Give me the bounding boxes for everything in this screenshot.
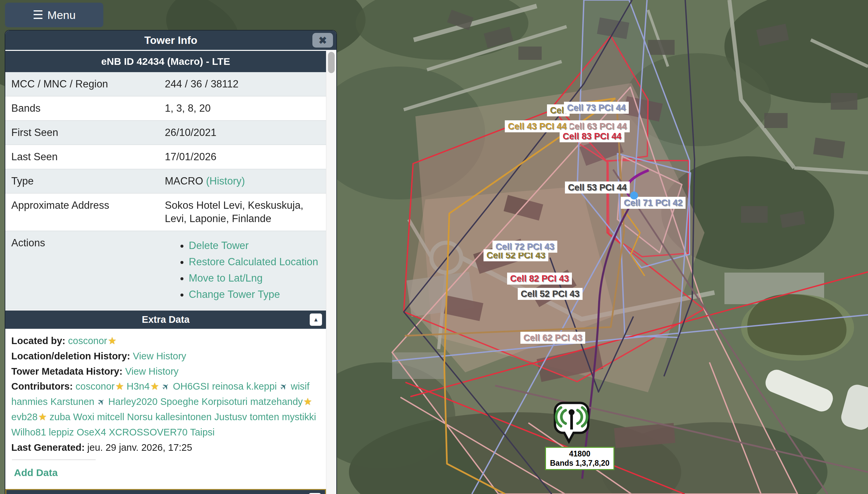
contributor-link[interactable]: Norsu [127, 412, 153, 422]
contributor-link[interactable]: mitcell [97, 412, 124, 422]
contributor-link[interactable]: Harley2020 [108, 396, 158, 407]
contributor-link[interactable]: H3n4 [126, 381, 150, 392]
row-value: 1, 3, 8, 20 [159, 96, 326, 120]
action-link-move-to-lat-lng[interactable]: Move to Lat/Lng [189, 272, 262, 284]
chevron-up-icon: ▲ [313, 317, 319, 323]
star-icon: ★ [303, 396, 312, 407]
contributor-link[interactable]: k.keppi [246, 381, 277, 392]
contributor-link[interactable]: cosconor [75, 381, 115, 392]
cell-label-cell-72-pci-43[interactable]: Cell 72 PCI 43 [492, 241, 557, 253]
add-data-link[interactable]: Add Data [11, 465, 58, 486]
last-generated-value: jeu. 29 janv. 2026, 17:25 [87, 442, 192, 453]
row-label: MCC / MNC / Region [5, 72, 159, 96]
tower-cid: 41800 [550, 449, 609, 458]
cell-31-header: Cell 31 ▲ [6, 490, 325, 494]
contributor-link[interactable]: reinosa [212, 381, 243, 392]
last-generated-line: Last Generated: jeu. 29 janv. 2026, 17:2… [11, 440, 320, 455]
contributor-link[interactable]: Spoeghe [160, 396, 199, 407]
extra-data-header: Extra Data ▲ [5, 309, 326, 329]
row-value: 26/10/2021 [159, 121, 326, 145]
cell-label-cell-71-pci-42[interactable]: Cell 71 PCI 42 [621, 197, 686, 209]
contributor-link[interactable]: Taipsi [190, 427, 215, 437]
cell-label-cell-53-pci-44[interactable]: Cell 53 PCI 44 [565, 182, 630, 193]
panel-scrollbar[interactable] [326, 50, 336, 494]
info-row-actions: ActionsDelete TowerRestore Calculated Lo… [5, 231, 326, 309]
extra-data-content: Located by: cosconor★ Location/deletion … [5, 329, 326, 488]
close-button[interactable]: ✖ [312, 33, 333, 48]
contributor-link[interactable]: OH6GSI [173, 381, 209, 392]
row-label: Approximate Address [5, 193, 159, 217]
extra-data-title: Extra Data [142, 314, 190, 325]
action-link-change-tower-type[interactable]: Change Tower Type [189, 288, 280, 300]
contributor-link[interactable]: Wilho81 [11, 427, 46, 437]
row-label: First Seen [5, 121, 159, 145]
contributor-link[interactable]: Karstunen [51, 396, 94, 407]
contributor-link[interactable]: Justusv [214, 412, 247, 422]
tower-info-table: MCC / MNC / Region244 / 36 / 38112Bands1… [5, 72, 326, 309]
contributor-link[interactable]: zuba [50, 412, 71, 422]
contributor-link[interactable]: XCROSSOVER70 [108, 427, 188, 437]
contributor-link[interactable]: leppiz [49, 427, 74, 437]
contributor-link[interactable]: kallesintonen [156, 412, 212, 422]
panel-title: Tower Info [5, 31, 336, 50]
cell-label-cell-83-pci-44[interactable]: Cell 83 PCI 44 [559, 130, 625, 142]
info-row-approximate-address: Approximate AddressSokos Hotel Levi, Kes… [5, 193, 326, 231]
cell-label-cell-73-pci-44[interactable]: Cell 73 PCI 44 [564, 102, 629, 114]
row-value: Sokos Hotel Levi, Keskuskuja, Levi, Lapo… [159, 193, 326, 231]
star-icon: ★ [108, 336, 116, 346]
contributor-link[interactable]: hanmies [11, 396, 48, 407]
contributor-link[interactable]: Woxi [73, 412, 94, 422]
contributor-link[interactable]: tomten [250, 412, 279, 422]
contributor-link[interactable]: OseX4 [77, 427, 106, 437]
located-by-user-link[interactable]: cosconor [68, 336, 107, 346]
info-row-type: TypeMACRO (History) [5, 169, 326, 193]
location-history-line: Location/deletion History: View History [11, 349, 320, 364]
panel-header: Tower Info ✖ [5, 31, 336, 50]
enb-header: eNB ID 42434 (Macro) - LTE [5, 51, 326, 72]
contributor-link[interactable]: wisif [291, 381, 309, 392]
close-icon: ✖ [318, 35, 327, 46]
contributor-link[interactable]: matzehandy [250, 396, 303, 407]
plane-icon: ✈ [159, 379, 173, 394]
tower-bands: Bands 1,3,7,8,20 [550, 458, 609, 468]
plane-icon: ✈ [276, 379, 291, 394]
menu-button[interactable]: ☰ Menu [5, 3, 103, 27]
row-label: Actions [5, 231, 159, 255]
contributor-link[interactable]: Korpisoturi [201, 396, 248, 407]
metadata-history-link[interactable]: View History [125, 366, 179, 377]
info-row-bands: Bands1, 3, 8, 20 [5, 96, 326, 121]
contributor-link[interactable]: mystikki [282, 412, 316, 422]
menu-label: Menu [47, 8, 76, 22]
row-label: Bands [5, 96, 159, 120]
row-value: Delete TowerRestore Calculated LocationM… [159, 231, 326, 309]
location-history-link[interactable]: View History [133, 351, 186, 361]
tower-marker-icon[interactable] [552, 401, 591, 447]
location-history-label: Location/deletion History: [11, 351, 130, 361]
info-row-mcc-mnc-region: MCC / MNC / Region244 / 36 / 38112 [5, 72, 326, 96]
action-link-delete-tower[interactable]: Delete Tower [189, 240, 249, 251]
scrollbar-thumb[interactable] [328, 52, 335, 73]
located-by-line: Located by: cosconor★ [11, 334, 320, 349]
contributor-link[interactable]: evb28 [11, 412, 38, 422]
row-value: MACRO (History) [159, 169, 326, 193]
cell-label-cell-52-pci-43[interactable]: Cell 52 PCI 43 [518, 288, 583, 300]
row-value: 244 / 36 / 38112 [159, 72, 326, 96]
star-icon: ★ [38, 412, 47, 422]
tower-info-panel: Tower Info ✖ eNB ID 42434 (Macro) - LTE … [5, 30, 337, 494]
cell-label-cell-62-pci-43[interactable]: Cell 62 PCI 43 [520, 332, 585, 344]
tower-band-label[interactable]: 41800 Bands 1,3,7,8,20 [545, 447, 614, 470]
last-generated-label: Last Generated: [11, 442, 85, 453]
cell-31-section: Cell 31 ▲ [5, 489, 326, 494]
action-link-restore-calculated-location[interactable]: Restore Calculated Location [189, 256, 318, 268]
plane-icon: ✈ [94, 395, 108, 410]
contributors-label: Contributors: [11, 381, 73, 392]
star-icon: ★ [150, 381, 159, 392]
located-by-label: Located by: [11, 336, 65, 346]
divider [12, 459, 96, 460]
collapse-extra-button[interactable]: ▲ [310, 314, 322, 326]
history-link[interactable]: (History) [206, 175, 245, 187]
cell-label-cell-82-pci-43[interactable]: Cell 82 PCI 43 [507, 272, 572, 285]
metadata-history-line: Tower Metadata History: View History [11, 364, 320, 379]
row-label: Type [5, 169, 159, 193]
tower-location-dot[interactable] [630, 191, 638, 200]
